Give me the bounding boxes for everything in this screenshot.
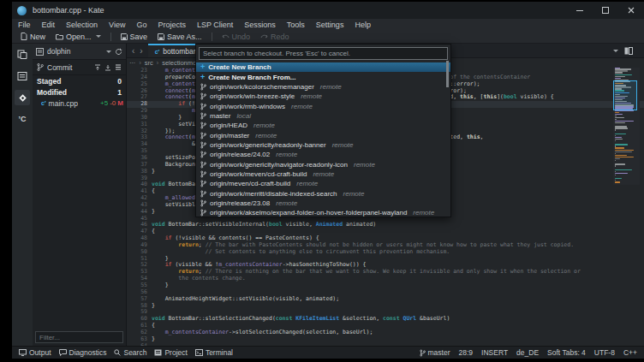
pull-icon[interactable] [104,64,111,71]
popup-branch-item[interactable]: masterlocal [196,111,450,121]
code-line-53[interactable]: 53 return; // There is nothing on the ba… [127,269,644,276]
code-line-54[interactable]: 54 the contents change. [127,276,644,282]
code-line-64[interactable]: 64 [127,343,644,346]
menu-item-settings[interactable]: Settings [316,21,344,29]
menu-item-projects[interactable]: Projects [158,21,186,29]
new-button[interactable]: New [17,31,49,42]
tab-prev-icon[interactable]: ‹ [132,46,134,56]
symbols-icon[interactable]: ’C [15,111,30,127]
branch-icon [200,141,206,149]
open-dropdown-icon[interactable] [96,35,101,38]
popup-branch-item[interactable]: origin/release/24.02remote [196,150,450,159]
documents-icon[interactable] [15,47,30,62]
line-number: 60 [127,316,152,323]
popup-branch-item[interactable]: origin/masterremote [196,130,450,139]
dictionary[interactable]: de_DE [516,348,539,357]
code-line-60[interactable]: 60void BottomBar::slotSelectionChanged(c… [127,316,644,323]
tab-list-icon[interactable] [613,50,618,52]
statusbar-branch[interactable]: master [420,348,450,357]
commit-button[interactable]: Commit [47,63,72,72]
popup-branch-item[interactable]: origin/work/rmb-windowsremote [196,101,450,110]
git-icon[interactable] [15,90,30,105]
save-button[interactable]: Save [117,31,152,42]
popup-item-create-new-branch-from-[interactable]: +Create New Branch From... [196,72,450,81]
project-dropdown-icon[interactable] [106,50,111,53]
file-type[interactable]: C++ [623,348,637,357]
refresh-icon[interactable] [115,48,122,56]
menu-item-lsp-client[interactable]: LSP Client [197,21,233,29]
popup-scrollbar[interactable] [446,61,449,87]
code-line-50[interactable]: 50 // Set contents to anything else to c… [127,249,644,256]
line-number: 50 [127,249,152,256]
project-selector[interactable]: dolphin [47,47,70,56]
maximize-button[interactable] [593,2,618,19]
staged-row[interactable]: Staged 0 [33,75,126,86]
code-line-57[interactable]: 57 AnimatedHeightWidget::setVisible(visi… [127,296,644,303]
menu-item-edit[interactable]: Edit [42,21,56,29]
menu-item-sessions[interactable]: Sessions [244,21,276,29]
insert-mode[interactable]: INSERT [481,348,508,357]
code-line-62[interactable]: 62 m_contentsContainer->slotSelectionCha… [127,329,644,336]
modified-row[interactable]: Modified 1 [33,86,126,98]
popup-branch-item[interactable]: origin/work/win-breeze-styleremote [196,92,450,101]
popup-item-create-new-branch[interactable]: +Create New Branch [196,62,450,72]
code-line-58[interactable]: 58} [127,303,644,310]
statusbar-terminal-toggle[interactable]: Terminal [195,348,233,357]
popup-branch-item[interactable]: origin/HEADremote [196,121,450,130]
save-as-button[interactable]: Save As... [154,31,206,42]
encoding[interactable]: UTF-8 [594,348,615,357]
code-line-48[interactable]: 48 if (!visible && contents() == PasteCo… [127,235,644,242]
minimap-scrollbar[interactable] [613,68,640,185]
menu-item-file[interactable]: File [18,21,31,29]
code-line-55[interactable]: 55 } [127,282,644,289]
push-icon[interactable] [94,64,101,71]
minimap-viewport[interactable] [613,80,637,110]
statusbar-search-toggle[interactable]: Search [114,348,146,357]
statusbar-diagnostics-toggle[interactable]: Diagnostics [59,348,107,357]
popup-branch-item[interactable]: origin/meven/cd-craft-buildremote [196,179,450,188]
menu-item-help[interactable]: Help [355,21,371,29]
project-panel-icon[interactable] [15,68,30,84]
menu-item-selection[interactable]: Selection [66,21,98,29]
breadcrumb-overflow-icon[interactable]: ⋯ [129,59,136,67]
code-line-56[interactable]: 56 [127,289,644,296]
popup-branch-item[interactable]: origin/work/akselmo/expand-folder-on-hov… [196,208,450,217]
menu-item-go[interactable]: Go [136,21,146,29]
cursor-position[interactable]: 28:9 [459,348,474,357]
close-button[interactable] [618,2,644,19]
modified-file-row[interactable]: c′ main.cpp +5 -0 M [33,98,126,109]
popup-branch-item[interactable]: origin/work/kcolorschememanagerremote [196,82,450,92]
undo-button[interactable]: Undo [218,31,254,42]
split-view-icon[interactable] [624,47,633,55]
popup-branch-item[interactable]: origin/work/meven/cd-craft-buildremote [196,169,450,179]
code-line-63[interactable]: 63} [127,336,644,343]
popup-branch-item[interactable]: origin/release/23.08remote [196,199,450,208]
popup-branch-item[interactable]: origin/work/genericity/navigator-readonl… [196,159,450,169]
menu-item-view[interactable]: View [109,21,125,29]
open-button[interactable]: Open... [52,31,104,42]
menu-item-tools[interactable]: Tools [287,21,305,29]
code-line-49[interactable]: 49 return; // The bar with PasteContents… [127,242,644,249]
statusbar-output-toggle[interactable]: Output [19,348,51,357]
git-menu-icon[interactable] [115,64,122,70]
code-line-52[interactable]: 52 if (visible && !m_contentsContainer->… [127,262,644,269]
popup-branch-item[interactable]: origin/work/merritt/disable-indexed-sear… [196,188,450,198]
tab-settings[interactable]: Soft Tabs: 4 [547,348,586,357]
filter-input[interactable]: Filter... [35,331,123,343]
code-line-51[interactable]: 51 } [127,256,644,263]
code-line-46[interactable]: 46void BottomBar::setVisibleInternal(boo… [127,222,644,228]
minimize-button[interactable] [567,2,593,19]
redo-button[interactable]: Redo [257,31,293,42]
popup-branch-item[interactable]: origin/work/genericity/readonly-bannerre… [196,140,450,150]
code-line-59[interactable]: 59 [127,309,644,316]
breadcrumb-segment[interactable]: src [145,59,153,67]
title-bar[interactable]: bottombar.cpp - Kate [12,2,644,19]
code-line-47[interactable]: 47{ [127,228,644,235]
branch-search-input[interactable]: Select branch to checkout. Press 'Esc' t… [199,47,448,60]
branch-label: origin/release/24.02 [210,151,270,158]
code-line-61[interactable]: 61{ [127,323,644,329]
tab-next-icon[interactable]: › [140,46,142,56]
branch-label: origin/meven/cd-craft-build [210,180,290,187]
statusbar-project-toggle[interactable]: Project [154,348,187,357]
statusbar-label: Diagnostics [69,348,107,357]
